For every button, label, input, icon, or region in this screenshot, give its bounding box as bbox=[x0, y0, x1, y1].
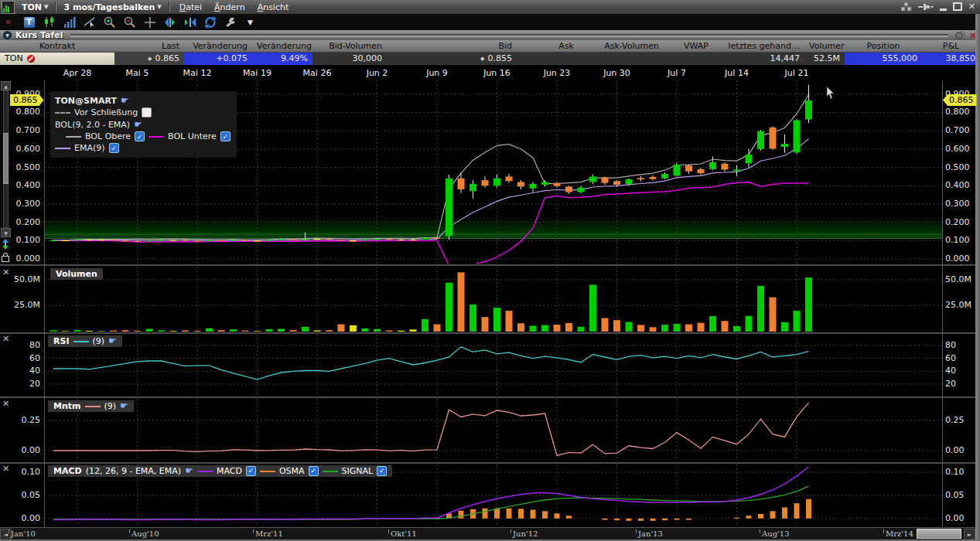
maximize-button[interactable] bbox=[953, 2, 962, 12]
close-rsi-pane-button[interactable]: ✕ bbox=[2, 334, 9, 344]
cell-bid_volume[interactable]: 30,000 bbox=[312, 53, 387, 65]
close-macd-pane-button[interactable]: ✕ bbox=[2, 464, 9, 474]
symbol-dropdown[interactable]: TON ▼ bbox=[18, 2, 52, 12]
quote-table-row[interactable]: TON◆0.865+0.0759.49%30,000◆0.85514,44752… bbox=[0, 53, 980, 65]
cell-ask_volume[interactable] bbox=[579, 53, 664, 65]
bol-lower-checkbox[interactable]: ✓ bbox=[220, 131, 230, 141]
group-windows-icon[interactable] bbox=[901, 2, 912, 12]
zoom-in-icon[interactable] bbox=[103, 15, 116, 29]
cell-last_traded[interactable]: 14,447 bbox=[713, 53, 804, 65]
candlestick-tool-icon[interactable] bbox=[43, 15, 56, 29]
menu-ändern[interactable]: Ändern bbox=[208, 2, 251, 12]
close-momentum-pane-button[interactable]: ✕ bbox=[2, 399, 9, 409]
column-header-ask[interactable]: Ask bbox=[517, 40, 579, 52]
volume-bar bbox=[134, 331, 141, 332]
volume-pane[interactable] bbox=[44, 267, 942, 332]
remove-icon[interactable]: ✕ bbox=[2, 15, 15, 29]
column-header-bid_volume[interactable]: Bid-Volumen bbox=[312, 40, 387, 52]
y-axis-label: 0.00 bbox=[2, 513, 40, 523]
close-button[interactable]: ✕ bbox=[968, 3, 975, 11]
rsi-pane[interactable] bbox=[44, 335, 942, 395]
dropdown-arrow-icon[interactable]: ▼ bbox=[244, 15, 257, 29]
candle bbox=[517, 182, 524, 187]
scale-down-button[interactable]: ▼ bbox=[1, 228, 11, 237]
cell-last[interactable]: ◆0.865 bbox=[114, 53, 184, 65]
osma-checkbox[interactable]: ✓ bbox=[309, 466, 319, 476]
momentum-legend: Mntm (9) ☛ bbox=[48, 400, 134, 412]
hand-icon[interactable]: ☛ bbox=[121, 95, 129, 106]
pre-close-checkbox[interactable] bbox=[142, 107, 152, 117]
wrench-icon[interactable] bbox=[224, 15, 237, 29]
column-header-last_traded[interactable]: letztes gehand… bbox=[713, 40, 804, 52]
menu-datei[interactable]: Datei bbox=[173, 2, 208, 12]
crosshair-icon[interactable] bbox=[143, 15, 156, 29]
column-header-change_pct[interactable]: Veränderung % bbox=[252, 40, 312, 52]
scale-scrollbar-thumb[interactable] bbox=[3, 133, 9, 184]
timeline-left-arrow[interactable]: ◄ bbox=[0, 529, 12, 540]
column-header-change[interactable]: Veränderung bbox=[184, 40, 252, 52]
auto-scale-icon[interactable] bbox=[1, 239, 899, 250]
cell-change_pct[interactable]: 9.49% bbox=[252, 53, 312, 65]
candle bbox=[578, 188, 585, 192]
link-icon[interactable] bbox=[955, 31, 965, 39]
lock-scale-icon[interactable] bbox=[2, 256, 9, 262]
pane-separator[interactable] bbox=[0, 396, 975, 398]
hand-icon[interactable]: ☛ bbox=[134, 119, 142, 130]
ema-checkbox[interactable]: ✓ bbox=[109, 143, 119, 153]
volume-bar bbox=[350, 325, 357, 332]
cell-volume[interactable]: 52.5M bbox=[804, 53, 845, 65]
cell-change[interactable]: +0.075 bbox=[184, 53, 252, 65]
pane-separator[interactable] bbox=[0, 332, 975, 334]
last-price-tag-left: 0.865 bbox=[10, 94, 44, 106]
scale-up-button[interactable]: ▲ bbox=[1, 81, 11, 90]
hand-icon[interactable]: ☛ bbox=[120, 400, 128, 412]
timeline-scrollbar[interactable]: ◄ ► Jan'10Aug'10Mrz'11Okt'11Jun'12Jan'13… bbox=[0, 527, 975, 539]
signal-series-label: SIGNAL bbox=[342, 465, 374, 477]
hand-icon[interactable]: ☛ bbox=[108, 335, 117, 347]
expand-bars-icon[interactable] bbox=[163, 15, 176, 29]
y-axis-label: 0.700 bbox=[945, 125, 970, 135]
window-edge bbox=[975, 14, 980, 541]
histogram-tool-icon[interactable] bbox=[63, 15, 76, 29]
minimize-button[interactable] bbox=[940, 2, 947, 12]
timeline-right-arrow[interactable]: ► bbox=[964, 529, 975, 540]
cell-bid[interactable]: ◆0.855 bbox=[387, 53, 517, 65]
cell-vwap[interactable] bbox=[664, 53, 713, 65]
macd-checkbox[interactable]: ✓ bbox=[246, 466, 256, 476]
trendline-tool-icon[interactable] bbox=[83, 15, 96, 29]
timeline-thumb[interactable] bbox=[917, 529, 961, 539]
cell-position[interactable]: 555,000 bbox=[845, 53, 922, 65]
cell-pnl[interactable]: 38,850 bbox=[922, 53, 980, 65]
menu-ansicht[interactable]: Ansicht bbox=[251, 2, 295, 12]
cell-ask[interactable] bbox=[517, 53, 579, 65]
bol-upper-checkbox[interactable]: ✓ bbox=[135, 131, 145, 141]
volume-bar bbox=[458, 272, 465, 332]
zoom-out-icon[interactable] bbox=[123, 15, 136, 29]
x-axis-label: Jul 14 bbox=[725, 68, 749, 78]
timeframe-dropdown[interactable]: 3 mos/Tagesbalken ▼ bbox=[60, 2, 165, 12]
refresh-icon[interactable] bbox=[203, 15, 217, 29]
candle bbox=[781, 144, 788, 147]
volume-bar bbox=[722, 321, 729, 332]
pane-separator[interactable] bbox=[0, 264, 975, 266]
column-header-vwap[interactable]: VWAP bbox=[664, 40, 713, 52]
momentum-pane[interactable] bbox=[44, 399, 942, 461]
column-header-pnl[interactable]: P&L bbox=[922, 40, 980, 52]
signal-checkbox[interactable]: ✓ bbox=[377, 466, 387, 476]
titlebar[interactable]: TON ▼ 3 mos/Tagesbalken ▼ DateiÄndernAns… bbox=[0, 0, 980, 14]
column-header-last[interactable]: Last bbox=[114, 40, 184, 52]
column-header-ask_volume[interactable]: Ask-Volumen bbox=[579, 40, 664, 52]
hand-icon[interactable]: ☛ bbox=[185, 465, 193, 477]
text-tool-icon[interactable]: T bbox=[22, 15, 36, 29]
column-header-volume[interactable]: Volumen bbox=[804, 40, 845, 52]
bol-upper-label: BOL Obere bbox=[85, 131, 131, 141]
compress-bars-icon[interactable] bbox=[183, 15, 196, 29]
column-header-bid[interactable]: Bid bbox=[387, 40, 517, 52]
pin-icon[interactable] bbox=[918, 3, 934, 11]
column-header-kontrakt[interactable]: Kontrakt bbox=[0, 40, 114, 52]
pane-separator[interactable] bbox=[0, 462, 975, 464]
column-header-position[interactable]: Position bbox=[845, 40, 922, 52]
close-volume-pane-button[interactable]: ✕ bbox=[2, 267, 9, 277]
cell-kontrakt[interactable]: TON bbox=[0, 53, 114, 65]
collapse-panel-button[interactable]: ▼ bbox=[3, 31, 12, 39]
